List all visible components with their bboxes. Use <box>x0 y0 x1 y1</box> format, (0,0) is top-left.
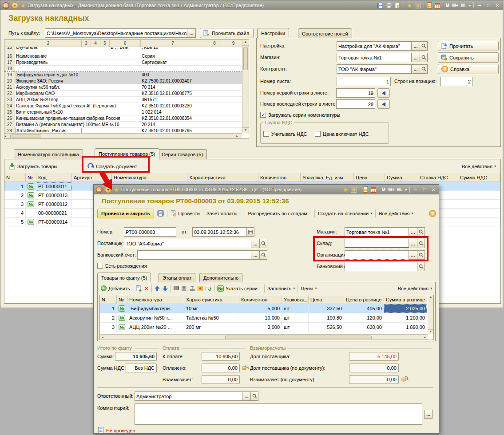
bank-account-field[interactable]: ... <box>137 250 267 260</box>
document-code-cell[interactable]: РТ-00000014 <box>36 218 72 226</box>
fill-button[interactable]: Заполнить▾ <box>267 286 295 291</box>
scroll-down-icon[interactable]: ▼ <box>242 127 249 133</box>
browse-button[interactable]: ... <box>251 239 260 248</box>
row-number-cell[interactable]: 16 <box>4 53 15 59</box>
spreadsheet-column-header[interactable]: 8 <box>205 40 224 47</box>
spreadsheet-cell[interactable]: олучателя: <box>15 47 82 53</box>
spreadsheet-cell[interactable] <box>82 66 91 71</box>
documents-column-header[interactable]: Сумма <box>385 173 418 182</box>
lookup-icon[interactable] <box>420 53 428 62</box>
goods-column-header[interactable]: № <box>117 295 127 304</box>
minimize-button[interactable]: – <box>413 187 419 192</box>
spreadsheet-cell[interactable] <box>205 84 224 90</box>
spreadsheet-cell[interactable] <box>82 103 91 109</box>
lookup-icon[interactable] <box>251 392 258 401</box>
lookup-icon[interactable] <box>420 64 428 74</box>
spreadsheet-cell[interactable]: KZ.7500.02.01.00002407 <box>141 78 205 84</box>
setting-field[interactable]: Настройка для "АК-Фарма" ... <box>337 41 428 51</box>
spreadsheet-cell[interactable] <box>100 47 110 53</box>
tab-settings[interactable]: Настройки <box>257 28 289 38</box>
spreadsheet-cell[interactable] <box>91 66 100 71</box>
comment-expand-button[interactable]: ... <box>424 410 433 419</box>
spreadsheet-cell[interactable] <box>205 59 224 65</box>
document-cell[interactable] <box>458 191 500 200</box>
spreadsheet-cell[interactable]: 20 214 <box>141 122 205 127</box>
row-number-cell[interactable]: 15 <box>4 47 15 53</box>
spreadsheet-cell[interactable]: 400 <box>141 72 205 78</box>
save-icon[interactable] <box>377 3 383 8</box>
spreadsheet-cell[interactable] <box>224 84 243 90</box>
row-number-cell[interactable]: 26 <box>4 115 15 121</box>
browse-button[interactable]: ... <box>412 64 420 74</box>
spreadsheet-cell[interactable] <box>100 103 110 109</box>
row-number-cell[interactable]: 21 <box>4 84 15 90</box>
all-actions-button[interactable]: Все действия▾ <box>398 286 432 291</box>
spreadsheet-column-header[interactable]: 7 <box>141 40 205 47</box>
coins-lookup-icon[interactable] <box>401 376 409 382</box>
document-code-cell[interactable]: РТ-00000012 <box>36 200 72 209</box>
goods-quantity-cell[interactable]: 5,000 <box>239 304 282 313</box>
goods-characteristic-cell[interactable]: Таблетка №50 <box>184 313 239 323</box>
file-path-field[interactable]: C:\Users\V_Mostovaya\Desktop\Накладные п… <box>45 28 196 38</box>
all-actions-button[interactable]: Все действия▾ <box>462 164 496 169</box>
goods-column-header[interactable]: Сумма в рознице <box>384 295 427 304</box>
goods-table[interactable]: N№НоменклатураХарактеристикаКоличествоУп… <box>99 295 434 340</box>
spreadsheet-cell[interactable]: В , , БИК <box>110 47 141 53</box>
scroll-thumb[interactable] <box>243 47 248 70</box>
spreadsheet-column-header[interactable]: 3 <box>82 40 91 47</box>
goods-nomenclature-cell[interactable]: АЦЦ 200мг №20 ... <box>127 323 184 332</box>
spreadsheet-cell[interactable] <box>82 115 91 121</box>
spreadsheet-cell[interactable] <box>224 91 243 96</box>
goods-row-number[interactable]: 3 <box>100 323 117 332</box>
spreadsheet-cell[interactable] <box>224 66 243 71</box>
spreadsheet-cell[interactable]: Экополис ЗАО; Россия <box>15 78 82 84</box>
row-number-cell[interactable]: 24 <box>4 103 15 109</box>
goods-column-header[interactable]: Количество <box>239 295 282 304</box>
sheet-number-field[interactable]: 1 <box>337 77 391 86</box>
spreadsheet-cell[interactable] <box>110 53 141 59</box>
scroll-left-icon[interactable]: ◂ <box>100 336 105 339</box>
browse-button[interactable]: ... <box>187 28 196 38</box>
goods-column-header[interactable]: Номенклатура <box>127 295 184 304</box>
tab-payment-stages[interactable]: Этапы оплат <box>159 273 195 282</box>
memory-button[interactable]: M <box>382 187 385 192</box>
spreadsheet-cell[interactable]: Витамин А (ретинола пальмитат) 100тыс МЕ… <box>15 122 82 127</box>
spreadsheet-cell[interactable] <box>110 78 141 84</box>
goods-retail-sum-cell[interactable]: 1 200,00 <box>384 313 427 323</box>
payment-offset-button[interactable]: Зачет оплаты... <box>206 211 242 216</box>
add-favorite-icon[interactable]: ★ <box>343 187 348 193</box>
document-cell[interactable] <box>458 200 500 209</box>
scroll-up-icon[interactable]: ▲ <box>242 40 249 46</box>
spreadsheet-cell[interactable] <box>82 97 91 103</box>
document-series-flag[interactable]: № <box>26 191 36 200</box>
specify-series-button[interactable]: № Указать серии... <box>217 285 262 292</box>
spreadsheet-cell[interactable] <box>205 53 224 59</box>
move-down-icon[interactable] <box>163 286 168 291</box>
spreadsheet-cell[interactable] <box>205 115 224 121</box>
spreadsheet-cell[interactable] <box>91 47 100 53</box>
row-number-cell[interactable]: 23 <box>4 97 15 103</box>
spreadsheet-cell[interactable] <box>110 91 141 96</box>
save-settings-button[interactable]: Сохранить <box>438 52 499 63</box>
print-icon[interactable] <box>386 3 392 8</box>
calendar-icon[interactable]: 31 <box>371 187 376 193</box>
tab-goods-series[interactable]: Серии товаров (5) <box>158 149 207 159</box>
store-field[interactable]: Торговая точка №1 ... <box>337 53 428 62</box>
goods-row-number[interactable]: 2 <box>100 313 117 323</box>
copy-row-icon[interactable] <box>136 285 142 292</box>
spreadsheet-cell[interactable] <box>91 109 100 115</box>
minimize-button[interactable]: – <box>476 3 483 8</box>
spreadsheet-cell[interactable] <box>82 59 91 65</box>
close-button[interactable]: × <box>430 187 437 192</box>
goods-characteristic-cell[interactable]: 10 мг <box>184 304 239 313</box>
row-number-cell[interactable]: 22 <box>4 91 15 96</box>
spreadsheet-cell[interactable] <box>91 59 100 65</box>
spreadsheet-cell[interactable] <box>205 109 224 115</box>
spreadsheet-column-header[interactable]: 9 <box>224 40 243 47</box>
spreadsheet-cell[interactable] <box>100 109 110 115</box>
spreadsheet-cell[interactable] <box>224 72 243 78</box>
supplier-spreadsheet[interactable]: 23456789 15олучателя:В , , БИК, КБе 1016… <box>4 40 249 139</box>
goods-pack-cell[interactable]: шт <box>282 323 309 332</box>
goods-horizontal-scrollbar[interactable]: ◂ ▸ <box>100 334 428 340</box>
goods-price-cell[interactable]: 526,50 <box>309 323 344 332</box>
